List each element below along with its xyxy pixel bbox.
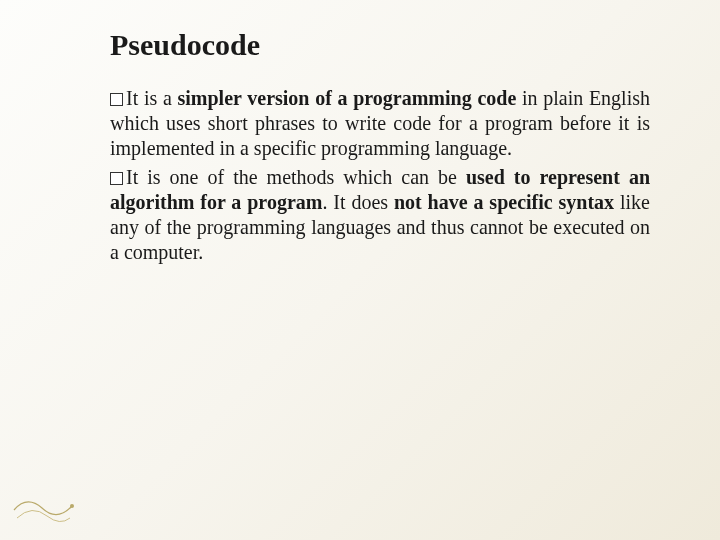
svg-point-0 xyxy=(70,504,74,508)
square-bullet-icon xyxy=(110,172,123,185)
square-bullet-icon xyxy=(110,93,123,106)
slide: Pseudocode It is a simpler version of a … xyxy=(0,0,720,540)
bullet-text-bold: simpler version of a programming code xyxy=(178,87,517,109)
bullet-text-plain: It is one of the methods which can be xyxy=(126,166,466,188)
slide-title: Pseudocode xyxy=(110,28,650,62)
bullet-item: It is a simpler version of a programming… xyxy=(110,86,650,161)
corner-decoration-icon xyxy=(12,490,82,530)
bullet-item: It is one of the methods which can be us… xyxy=(110,165,650,265)
slide-content: It is a simpler version of a programming… xyxy=(110,86,650,265)
bullet-text-plain: It is a xyxy=(126,87,178,109)
bullet-text-bold: not have a specific syntax xyxy=(394,191,614,213)
bullet-text-plain: . It does xyxy=(322,191,394,213)
